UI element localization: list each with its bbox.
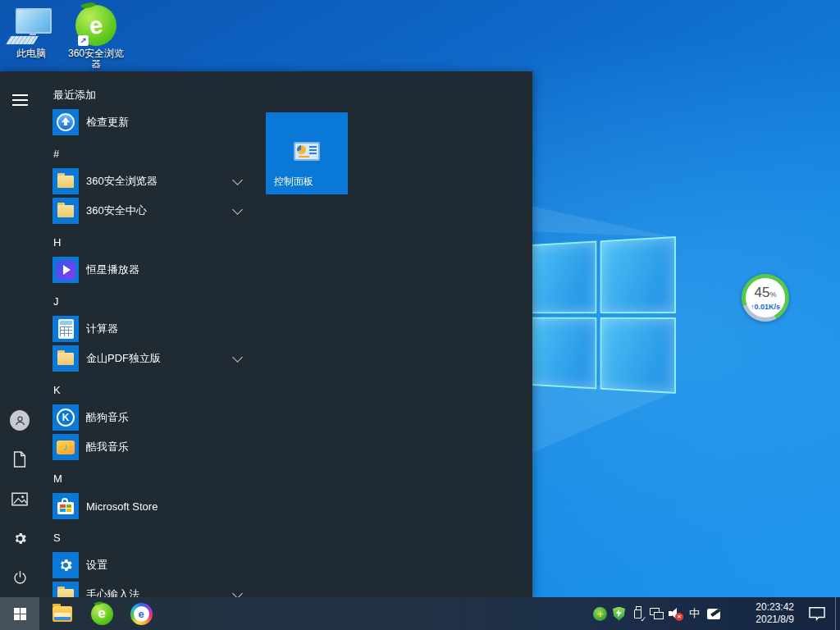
- 360-browser-icon: e: [91, 603, 113, 625]
- tray-360-safeguard[interactable]: [612, 597, 626, 630]
- chevron-down-icon: [232, 204, 243, 215]
- power-button[interactable]: [10, 568, 30, 587]
- windows-logo-icon: [14, 608, 26, 620]
- shortcut-arrow-icon: ↗: [78, 35, 89, 46]
- shield-icon: [613, 607, 625, 621]
- taskbar-file-explorer-button[interactable]: [43, 597, 82, 630]
- chevron-down-icon: [232, 175, 243, 185]
- usb-icon: ✓: [632, 605, 644, 622]
- settings-icon: [52, 552, 79, 578]
- section-letter[interactable]: J: [53, 291, 59, 311]
- section-letter[interactable]: K: [53, 380, 61, 399]
- app-label: 酷我音乐: [86, 440, 129, 454]
- folder-icon: [52, 168, 79, 194]
- tray-touch-keyboard[interactable]: [706, 597, 720, 630]
- desktop-icon-360-browser[interactable]: e ↗ 360安全浏览器: [67, 5, 125, 70]
- 360-browser-icon: e ↗: [75, 5, 116, 46]
- app-label: 检查更新: [86, 115, 129, 130]
- settings-rail-button[interactable]: [10, 528, 30, 548]
- app-item-kuwo-music[interactable]: ♪ 酷我音乐: [52, 432, 248, 462]
- tray-safely-remove-hardware[interactable]: ✓: [631, 597, 645, 630]
- upload-speed: ↑0.01K/s: [751, 303, 780, 311]
- app-label: 360安全中心: [86, 203, 147, 218]
- show-desktop-button[interactable]: [835, 597, 840, 630]
- app-label: Microsoft Store: [86, 500, 158, 513]
- folder-icon: [52, 582, 79, 597]
- desktop-icon-label: 此电脑: [2, 48, 60, 59]
- app-item-kugou-music[interactable]: K 酷狗音乐: [52, 403, 248, 432]
- app-label: 手心输入法: [86, 587, 139, 597]
- screen: 此电脑 e ↗ 360安全浏览器: [0, 0, 840, 630]
- check-update-icon: [52, 109, 79, 135]
- recently-added-header: 最近添加: [53, 85, 96, 105]
- gear-icon: [12, 531, 28, 546]
- tray-input-method[interactable]: 中: [687, 597, 701, 630]
- section-letter[interactable]: #: [53, 144, 59, 163]
- 360-extreme-browser-icon: e: [130, 603, 153, 625]
- folder-item-360-browser[interactable]: 360安全浏览器: [52, 167, 248, 196]
- hengxing-player-icon: [52, 257, 79, 283]
- input-method-indicator: 中: [689, 606, 700, 621]
- memory-percent: 45%: [755, 285, 777, 302]
- app-item-microsoft-store[interactable]: Microsoft Store: [52, 491, 248, 521]
- app-label: 金山PDF独立版: [86, 351, 161, 366]
- kuwo-music-icon: ♪: [52, 434, 79, 460]
- section-letter[interactable]: M: [53, 468, 62, 488]
- power-icon: [12, 570, 28, 586]
- folder-item-360-center[interactable]: 360安全中心: [52, 196, 248, 226]
- tray-volume-muted[interactable]: ×: [669, 597, 682, 630]
- 360-antivirus-icon: +: [593, 607, 607, 621]
- taskbar-360-browser-button[interactable]: e: [82, 597, 121, 630]
- 360-speed-ball[interactable]: 45% ↑0.01K/s: [742, 274, 789, 322]
- user-avatar-icon: [10, 410, 30, 431]
- app-label: 恒星播放器: [86, 262, 139, 277]
- pictures-button[interactable]: [10, 489, 30, 509]
- kugou-music-icon: K: [52, 404, 79, 431]
- chevron-down-icon: [232, 352, 243, 363]
- this-pc-icon: [8, 8, 54, 46]
- tile-control-panel[interactable]: 控制面板: [266, 112, 348, 194]
- folder-item-kingsoft-pdf[interactable]: 金山PDF独立版: [52, 344, 248, 373]
- documents-button[interactable]: [10, 450, 30, 469]
- windows-logo-pane: [528, 241, 596, 313]
- app-item-calculator[interactable]: 计算器: [52, 314, 248, 344]
- touch-keyboard-icon: [707, 609, 720, 619]
- chevron-down-icon: [232, 588, 243, 597]
- network-icon: [650, 608, 664, 620]
- taskbar: e e + ✓ ×: [0, 597, 840, 630]
- windows-logo-pane: [600, 236, 676, 313]
- app-item-hengxing-player[interactable]: 恒星播放器: [52, 255, 248, 285]
- app-item-check-update[interactable]: 检查更新: [52, 107, 248, 137]
- file-explorer-icon: [52, 606, 72, 622]
- user-account-button[interactable]: [10, 410, 30, 430]
- app-label: 360安全浏览器: [86, 174, 158, 189]
- windows-logo-pane: [528, 317, 596, 389]
- app-label: 酷狗音乐: [86, 410, 129, 425]
- folder-item-shouxin-ime[interactable]: 手心输入法: [52, 580, 248, 597]
- app-label: 计算器: [86, 322, 118, 336]
- document-icon: [12, 451, 27, 468]
- folder-icon: [52, 198, 79, 224]
- taskbar-clock[interactable]: 20:23:42 2021/8/9: [733, 597, 794, 630]
- start-menu: 最近添加 检查更新 # 360安全浏览器 360安全中心 H 恒星播放器 J: [0, 71, 532, 597]
- app-item-settings[interactable]: 设置: [52, 550, 248, 580]
- clock-date: 2021/8/9: [756, 614, 794, 626]
- action-center-icon: [808, 606, 826, 622]
- desktop-icon-this-pc[interactable]: 此电脑: [2, 8, 60, 59]
- microsoft-store-icon: [52, 493, 79, 519]
- section-letter[interactable]: H: [53, 232, 61, 252]
- volume-muted-icon: ×: [669, 606, 682, 621]
- section-letter[interactable]: S: [53, 527, 61, 547]
- system-tray: + ✓ × 中: [593, 597, 720, 630]
- tray-network[interactable]: [650, 597, 664, 630]
- start-button[interactable]: [0, 597, 39, 630]
- clock-time: 20:23:42: [756, 601, 794, 614]
- tray-360-antivirus[interactable]: +: [593, 597, 607, 630]
- taskbar-360-extreme-browser-button[interactable]: e: [121, 597, 161, 630]
- windows-logo-pane: [600, 317, 676, 394]
- action-center-button[interactable]: [804, 597, 830, 630]
- folder-icon: [52, 345, 79, 372]
- expand-menu-button[interactable]: [10, 85, 30, 105]
- app-label: 设置: [86, 558, 107, 573]
- pictures-icon: [11, 492, 28, 506]
